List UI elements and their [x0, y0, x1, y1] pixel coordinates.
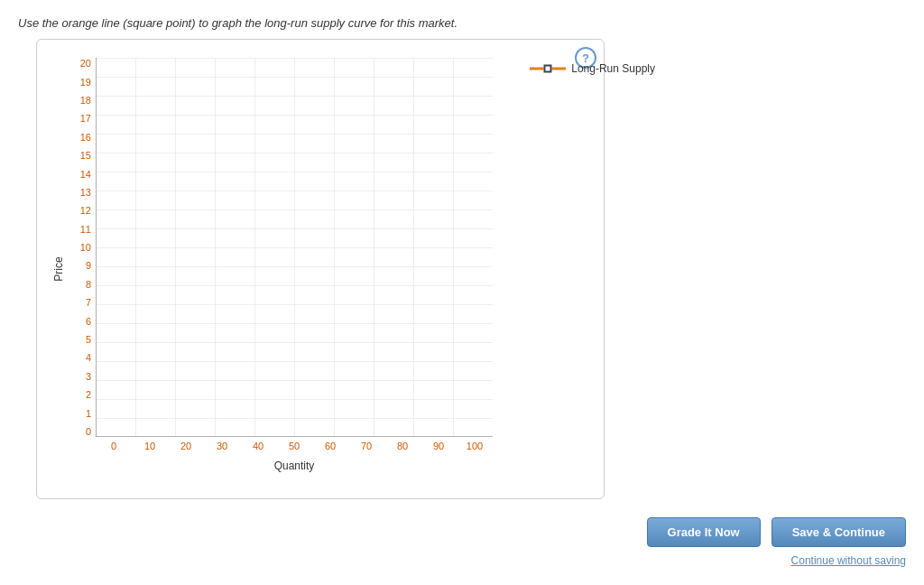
legend-label: Long-Run Supply: [571, 62, 655, 75]
legend: Long-Run Supply: [530, 62, 655, 75]
y-axis-ticks: 0 1 2 3 4 5 6 7 8 9 10 11 12 13 14 15 16…: [69, 58, 91, 437]
instruction-text: Use the orange line (square point) to gr…: [0, 0, 924, 39]
continue-without-saving-link[interactable]: Continue without saving: [791, 554, 906, 567]
chart-container: ? Price: [36, 39, 605, 499]
y-axis-label: Price: [52, 256, 65, 281]
button-row: Grade It Now Save & Continue: [647, 517, 906, 547]
x-axis-ticks: 0 10 20 30 40 50 60 70 80 90 100: [96, 441, 493, 451]
bottom-actions: Grade It Now Save & Continue Continue wi…: [647, 517, 906, 567]
x-axis-label: Quantity: [96, 460, 493, 472]
legend-line-icon: [530, 62, 566, 75]
save-continue-button[interactable]: Save & Continue: [772, 517, 906, 547]
svg-rect-0: [96, 58, 493, 437]
grade-button[interactable]: Grade It Now: [647, 517, 761, 547]
chart-svg[interactable]: [96, 58, 493, 437]
